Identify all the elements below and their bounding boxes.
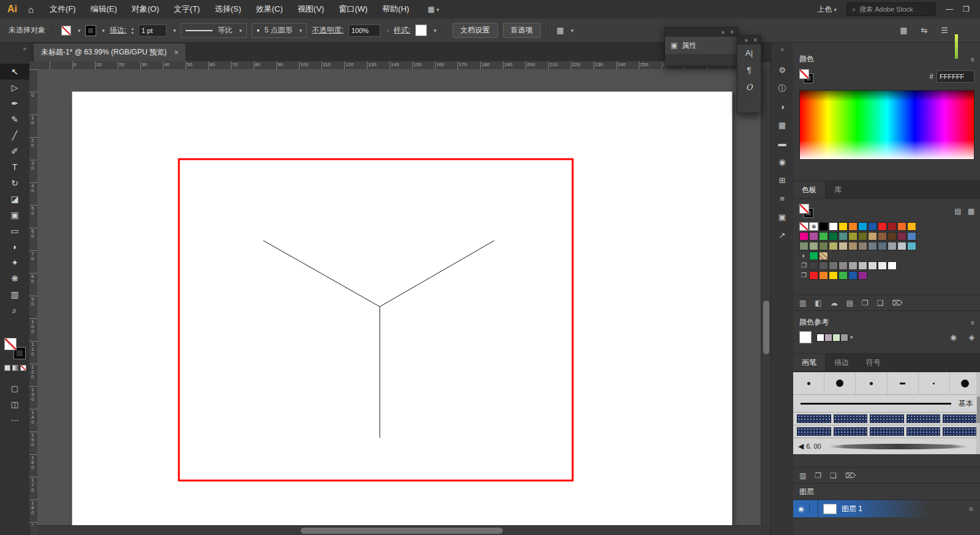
stroke-weight-stepper[interactable]: ▴ ▾ xyxy=(131,26,134,35)
vertical-scrollbar[interactable] xyxy=(761,69,771,525)
chevron-down-icon[interactable]: ▾ xyxy=(78,28,81,34)
brush-list-scrollbar[interactable] xyxy=(976,372,980,454)
swatch[interactable] xyxy=(819,261,828,270)
chevron-right-icon[interactable]: › xyxy=(387,28,389,34)
gradient-icon[interactable]: ◑ xyxy=(771,98,793,116)
close-panel-icon[interactable]: × xyxy=(753,37,757,43)
swatch[interactable] xyxy=(839,222,848,231)
collapse-panel-icon[interactable]: » xyxy=(722,29,725,36)
chevron-down-icon[interactable]: ▾ xyxy=(434,28,437,34)
touch-workspace-icon[interactable]: ▦ xyxy=(900,26,907,35)
chevron-down-icon[interactable]: ▾ xyxy=(173,28,176,34)
fill-stroke-proxy[interactable] xyxy=(799,204,818,219)
stock-search-input[interactable]: ⌕ 搜索 Adobe Stock xyxy=(846,2,936,16)
swatch-kinds-icon[interactable]: ◧ xyxy=(815,299,821,307)
swatch[interactable] xyxy=(878,261,887,270)
charcoal-brush-row[interactable]: ◀ 6. 00 xyxy=(793,438,980,454)
brushes-tab-1[interactable]: 画笔 xyxy=(793,354,826,371)
swatch[interactable] xyxy=(848,232,858,241)
eyedropper-tool[interactable]: ◗ xyxy=(0,239,29,255)
delete-swatch-icon[interactable]: ⌦ xyxy=(892,299,903,307)
swatch[interactable] xyxy=(809,261,818,270)
lock-column[interactable] xyxy=(810,500,818,517)
brushes-tab-2[interactable]: 描边 xyxy=(826,354,858,371)
screen-mode-icon[interactable]: ◫ xyxy=(0,397,29,413)
swatch[interactable] xyxy=(819,271,828,280)
swatch[interactable] xyxy=(878,232,887,241)
swatch[interactable] xyxy=(839,261,848,270)
horizontal-scrollbar-thumb[interactable] xyxy=(301,528,503,534)
swatch[interactable] xyxy=(809,252,818,260)
swatch[interactable] xyxy=(839,232,848,241)
pattern-swatch[interactable] xyxy=(819,252,828,260)
chevron-down-icon[interactable]: ▾ xyxy=(850,334,853,340)
menubar-menu-7[interactable]: 视图(V) xyxy=(298,4,324,15)
layer-target-icon[interactable]: ○ xyxy=(969,504,973,513)
brushes-tab-3[interactable]: 符号 xyxy=(858,354,889,371)
swatch[interactable] xyxy=(888,232,897,241)
layer-name[interactable]: 图层 1 xyxy=(842,504,862,514)
column-graph-tool[interactable]: ▥ xyxy=(0,286,29,302)
stepper-up-icon[interactable]: ▴ xyxy=(131,26,134,31)
rectangle-tool[interactable]: ▭ xyxy=(0,223,29,239)
transform-icon[interactable]: ⊞ xyxy=(771,171,793,190)
brush-item[interactable] xyxy=(888,372,919,394)
scale-tool[interactable]: ▣ xyxy=(0,207,29,223)
swatch[interactable] xyxy=(858,271,867,280)
menubar-menu-5[interactable]: 选择(S) xyxy=(214,4,241,15)
swatch[interactable] xyxy=(868,242,877,250)
swatches-tab-2[interactable]: 库 xyxy=(826,181,850,198)
pattern-brush-row[interactable] xyxy=(793,425,980,438)
shape-builder-tool[interactable]: ✦ xyxy=(0,255,29,271)
close-panel-icon[interactable]: × xyxy=(730,29,734,36)
ruler-origin-corner[interactable] xyxy=(29,61,38,70)
document-setup-button[interactable]: 文档设置 xyxy=(453,23,498,38)
horizontal-ruler[interactable]: 0102030405060708090100110120130140150160… xyxy=(37,61,761,70)
export-icon[interactable]: ↗ xyxy=(771,226,793,245)
swatch[interactable] xyxy=(848,261,858,270)
menubar-menu-9[interactable]: 帮助(H) xyxy=(382,4,409,15)
align-icon[interactable]: ≡ xyxy=(771,190,793,208)
chevron-down-icon[interactable]: ▾ xyxy=(102,28,105,34)
layer-thumbnail[interactable] xyxy=(823,504,837,514)
fill-stroke-indicator[interactable] xyxy=(4,338,25,359)
swatch[interactable] xyxy=(907,222,916,231)
menubar-menu-8[interactable]: 窗口(W) xyxy=(339,4,368,15)
opacity-input[interactable] xyxy=(349,24,380,37)
restore-icon[interactable]: ❐ xyxy=(963,5,973,13)
arrange-windows-icon[interactable]: ⇆ xyxy=(921,26,927,35)
delete-brush-icon[interactable]: ⌦ xyxy=(845,471,856,480)
brush-libraries-icon[interactable]: ▥ xyxy=(799,471,806,480)
color-guide-swatch[interactable] xyxy=(816,334,824,342)
fill-proxy[interactable] xyxy=(4,338,17,350)
color-group-folder-icon[interactable]: ❐ xyxy=(799,271,809,280)
menubar-menu-6[interactable]: 效果(C) xyxy=(256,4,283,15)
gradient-mode-icon[interactable] xyxy=(12,365,18,371)
swatch[interactable] xyxy=(819,222,828,231)
preferences-button[interactable]: 首选项 xyxy=(503,23,541,38)
hex-input[interactable] xyxy=(937,70,974,83)
arrange-documents-icon[interactable]: ▦▾ xyxy=(428,5,439,13)
color-guide-swatch[interactable] xyxy=(824,334,832,342)
opentype-panel-icon[interactable]: O xyxy=(737,79,761,96)
brush-item[interactable] xyxy=(824,372,856,394)
fill-stroke-proxy[interactable] xyxy=(799,69,818,84)
swatch[interactable] xyxy=(848,271,858,280)
color-guide-swatch[interactable] xyxy=(832,334,840,342)
appearance-icon[interactable]: ◉ xyxy=(771,153,793,171)
stroke-color-swatch[interactable] xyxy=(86,26,96,36)
brush-item[interactable] xyxy=(919,372,950,394)
workspace-switcher[interactable]: 上色▾ xyxy=(817,4,837,15)
stroke-profile-dropdown[interactable]: 等比 ▾ xyxy=(181,23,247,38)
rotate-tool[interactable]: ↻ xyxy=(0,175,29,191)
collapse-toolbar-icon[interactable]: » xyxy=(23,45,26,52)
minimize-icon[interactable]: — xyxy=(946,5,956,13)
style-label[interactable]: 样式: xyxy=(394,25,410,36)
swatch[interactable] xyxy=(907,242,916,250)
document-tab[interactable]: 未标题-1* @ 63.99% (RGB/GPU 预览) × xyxy=(33,43,186,61)
menubar-menu-3[interactable]: 对象(O) xyxy=(132,4,159,15)
swatch[interactable] xyxy=(907,232,916,241)
swatch[interactable] xyxy=(868,222,877,231)
vertical-scrollbar-thumb[interactable] xyxy=(763,301,769,354)
color-guide-swatch[interactable] xyxy=(799,331,812,343)
